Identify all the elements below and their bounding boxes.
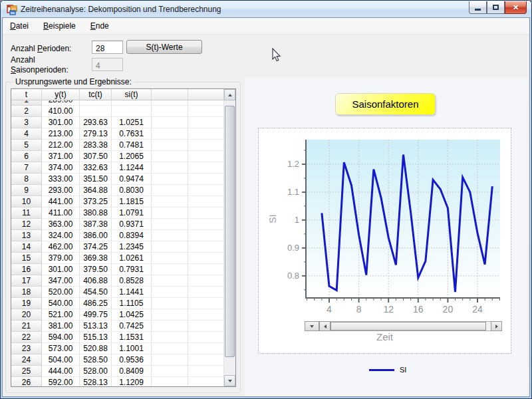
data-cell[interactable]: 213.00 [42, 128, 80, 140]
table-row[interactable]: 25444.00528.000.8409 [11, 366, 224, 377]
data-cell[interactable] [152, 174, 188, 185]
data-cell[interactable]: 411.00 [42, 207, 80, 219]
data-cell[interactable] [152, 264, 188, 275]
data-cell[interactable]: 528.13 [80, 377, 112, 387]
row-header-cell[interactable]: 16 [11, 264, 42, 275]
data-cell[interactable]: 573.00 [42, 343, 80, 354]
data-cell[interactable]: 528.00 [80, 366, 112, 377]
data-cell[interactable]: 387.38 [80, 219, 112, 230]
data-cell[interactable]: 486.25 [80, 298, 112, 309]
table-row[interactable]: 5212.00283.380.7481 [11, 140, 224, 151]
row-header-cell[interactable]: 10 [11, 196, 42, 207]
data-cell[interactable] [188, 343, 224, 354]
data-cell[interactable]: 0.8528 [112, 275, 152, 287]
data-cell[interactable]: 324.00 [42, 230, 80, 241]
data-cell[interactable]: 528.50 [80, 354, 112, 366]
table-row[interactable]: 2410.00 [11, 106, 224, 117]
data-cell[interactable] [188, 309, 224, 321]
data-cell[interactable]: 301.00 [42, 264, 80, 275]
chart-scroll-right-button[interactable] [491, 321, 502, 331]
data-cell[interactable] [152, 354, 188, 366]
data-cell[interactable]: 0.7481 [112, 140, 152, 151]
data-cell[interactable]: 520.88 [80, 343, 112, 354]
maximize-button[interactable] [487, 1, 505, 14]
data-cell[interactable]: 521.00 [42, 309, 80, 321]
data-cell[interactable] [188, 219, 224, 230]
data-cell[interactable]: 333.00 [42, 174, 80, 185]
column-header-si(t)[interactable]: si(t) [112, 89, 152, 100]
data-cell[interactable] [152, 128, 188, 140]
menu-item-ende[interactable]: Ende [83, 18, 116, 34]
chart-scroll-thumb[interactable] [331, 322, 486, 331]
table-row[interactable]: 18520.00454.501.1441 [11, 287, 224, 298]
data-cell[interactable] [188, 185, 224, 196]
data-cell[interactable]: 1.1001 [112, 343, 152, 354]
data-cell[interactable]: 0.7931 [112, 264, 152, 275]
table-row[interactable]: 19540.00486.251.1105 [11, 298, 224, 309]
data-cell[interactable] [152, 140, 188, 151]
data-cell[interactable]: 1.0425 [112, 309, 152, 321]
data-cell[interactable]: 0.8394 [112, 230, 152, 241]
scroll-up-button[interactable] [224, 89, 235, 100]
data-cell[interactable]: 520.00 [42, 287, 80, 298]
data-cell[interactable] [188, 287, 224, 298]
column-header-y(t)[interactable]: y(t) [42, 89, 80, 100]
data-cell[interactable]: 307.50 [80, 151, 112, 162]
data-cell[interactable] [152, 321, 188, 332]
data-cell[interactable] [152, 219, 188, 230]
data-cell[interactable] [188, 117, 224, 128]
table-row[interactable]: 16301.00379.500.7931 [11, 264, 224, 275]
row-header-cell[interactable]: 9 [11, 185, 42, 196]
table-row[interactable]: 10441.00373.251.1815 [11, 196, 224, 207]
data-cell[interactable] [188, 253, 224, 264]
data-cell[interactable]: 1.0791 [112, 207, 152, 219]
data-cell[interactable]: 212.00 [42, 140, 80, 151]
data-cell[interactable] [80, 106, 112, 117]
data-cell[interactable] [152, 196, 188, 207]
data-cell[interactable]: 1.1244 [112, 162, 152, 174]
data-cell[interactable]: 380.88 [80, 207, 112, 219]
data-cell[interactable]: 369.38 [80, 253, 112, 264]
data-cell[interactable] [188, 321, 224, 332]
table-row[interactable]: 11411.00380.881.0791 [11, 207, 224, 219]
data-cell[interactable]: 513.13 [80, 321, 112, 332]
row-header-cell[interactable]: 26 [11, 377, 42, 387]
close-button[interactable]: ✕ [505, 1, 527, 14]
data-cell[interactable]: 462.00 [42, 241, 80, 253]
data-cell[interactable] [152, 117, 188, 128]
table-row[interactable]: 4213.00279.130.7631 [11, 128, 224, 140]
data-cell[interactable] [188, 140, 224, 151]
data-cell[interactable] [152, 185, 188, 196]
data-cell[interactable]: 515.13 [80, 332, 112, 343]
data-cell[interactable] [152, 275, 188, 287]
data-cell[interactable] [188, 264, 224, 275]
row-header-cell[interactable]: 18 [11, 287, 42, 298]
data-cell[interactable]: 1.0261 [112, 253, 152, 264]
data-cell[interactable] [152, 366, 188, 377]
saisonfaktoren-button[interactable]: Saisonfaktoren [335, 93, 436, 115]
data-cell[interactable]: 1.1441 [112, 287, 152, 298]
chart-scroll-track[interactable] [331, 321, 491, 331]
table-row[interactable]: 3301.00293.631.0251 [11, 117, 224, 128]
data-cell[interactable] [152, 207, 188, 219]
row-header-cell[interactable]: 13 [11, 230, 42, 241]
row-header-cell[interactable]: 8 [11, 174, 42, 185]
data-cell[interactable]: 0.7425 [112, 321, 152, 332]
row-header-cell[interactable]: 15 [11, 253, 42, 264]
table-row[interactable]: 22594.00515.131.1531 [11, 332, 224, 343]
table-row[interactable]: 15379.00369.381.0261 [11, 253, 224, 264]
scroll-down-button[interactable] [224, 375, 235, 386]
table-row[interactable]: 21381.00513.130.7425 [11, 321, 224, 332]
row-header-cell[interactable]: 12 [11, 219, 42, 230]
table-row[interactable]: 20521.00499.751.0425 [11, 309, 224, 321]
table-row[interactable]: 12363.00387.380.9371 [11, 219, 224, 230]
periods-input[interactable] [92, 41, 123, 54]
data-cell[interactable]: 454.50 [80, 287, 112, 298]
menu-item-datei[interactable]: Datei [3, 18, 36, 34]
row-header-cell[interactable]: 25 [11, 366, 42, 377]
data-cell[interactable] [188, 106, 224, 117]
data-cell[interactable]: 373.25 [80, 196, 112, 207]
data-cell[interactable] [188, 332, 224, 343]
data-cell[interactable]: 0.9474 [112, 174, 152, 185]
data-cell[interactable] [152, 377, 188, 387]
